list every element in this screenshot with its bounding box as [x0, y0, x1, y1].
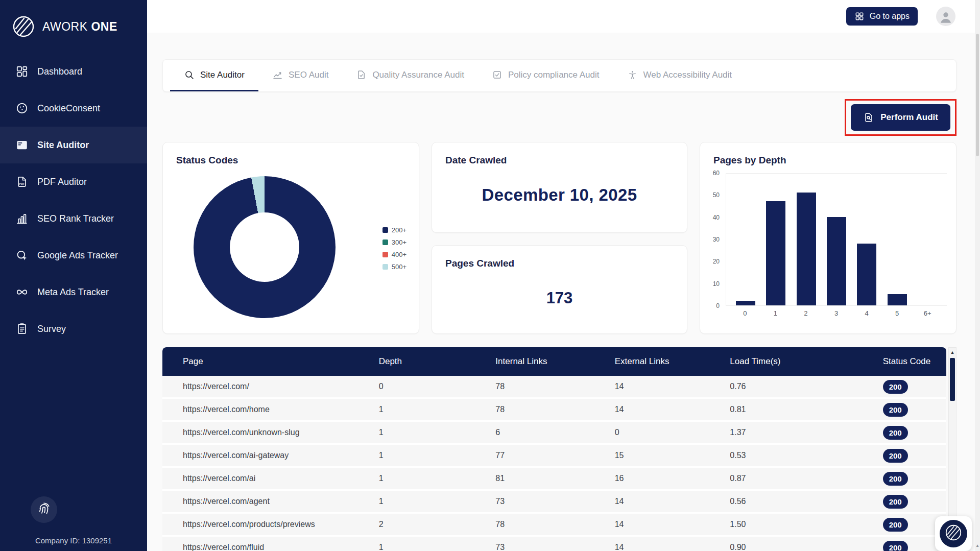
brand[interactable]: AWORK ONE: [0, 0, 147, 53]
bar-column: [760, 201, 791, 305]
legend-swatch: [383, 239, 388, 245]
table-row[interactable]: https://vercel.com/unknown-slug1601.3720…: [162, 422, 946, 445]
go-to-apps-label: Go to apps: [870, 12, 910, 21]
status-badge: 200: [883, 495, 908, 509]
table-scroll-up-button[interactable]: ▲: [949, 348, 956, 357]
sidebar: AWORK ONE DashboardCookieConsentSite Aud…: [0, 0, 147, 551]
y-tick-label: 30: [708, 236, 720, 243]
bar-chart-bars: [726, 174, 947, 305]
sidebar-item-pdf-auditor[interactable]: PDFPDF Auditor: [0, 163, 147, 200]
cell-status: 200: [883, 449, 946, 463]
y-tick-label: 10: [708, 280, 720, 288]
bar-column: [882, 294, 912, 305]
sidebar-item-cookieconsent[interactable]: CookieConsent: [0, 90, 147, 127]
sidebar-item-label: Google Ads Tracker: [37, 250, 118, 261]
column-header-load-time-s: Load Time(s): [730, 356, 882, 367]
cell-value: 15: [615, 451, 730, 460]
cell-value: 2: [379, 520, 496, 529]
sidebar-item-dashboard[interactable]: Dashboard: [0, 53, 147, 90]
middle-cards-column: Date Crawled December 10, 2025 Pages Cra…: [432, 142, 687, 334]
cell-value: 1: [379, 451, 496, 460]
cell-value: 6: [495, 428, 614, 437]
table-area: PageDepthInternal LinksExternal LinksLoa…: [162, 347, 957, 551]
perform-audit-button[interactable]: Perform Audit: [851, 104, 950, 131]
tab-site-auditor[interactable]: Site Auditor: [170, 60, 258, 91]
x-tick-label: 2: [791, 309, 821, 317]
dashboard-icon: [15, 65, 29, 78]
date-crawled-title: Date Crawled: [432, 142, 687, 166]
cell-status: 200: [883, 403, 946, 417]
cell-page: https://vercel.com/ai: [162, 474, 379, 483]
sidebar-item-seo-rank-tracker[interactable]: SEO Rank Tracker: [0, 200, 147, 237]
tab-seo-audit[interactable]: SEO Audit: [258, 60, 342, 91]
window-scrollbar-thumb[interactable]: [976, 34, 979, 156]
sidebar-item-survey[interactable]: Survey: [0, 310, 147, 347]
perform-audit-label: Perform Audit: [880, 112, 938, 123]
window-scrollbar[interactable]: ▲: [975, 0, 980, 551]
cell-status: 200: [883, 472, 946, 486]
tab-web-accessibility-audit[interactable]: Web Accessibility Audit: [613, 60, 746, 91]
cell-status: 200: [883, 495, 946, 509]
cell-value: 81: [495, 474, 614, 483]
legend-item-500: 500+: [383, 263, 407, 271]
status-badge: 200: [883, 426, 908, 440]
table-row[interactable]: https://vercel.com/ai-gateway177150.5320…: [162, 445, 946, 468]
x-tick-label: 5: [882, 309, 913, 317]
awork-logo-icon: [11, 14, 36, 39]
main-area: Go to apps Site AuditorSEO AuditQuality …: [147, 0, 980, 551]
brand-name-bold: ONE: [91, 20, 117, 33]
accessibility-icon: [627, 69, 638, 80]
bar-chart-x-labels: 0123456+: [726, 309, 947, 317]
x-tick-label: 0: [730, 309, 760, 317]
go-to-apps-button[interactable]: Go to apps: [846, 7, 918, 26]
document-check-icon: [356, 69, 367, 80]
fingerprint-button[interactable]: [31, 496, 57, 523]
sidebar-item-label: CookieConsent: [37, 103, 100, 114]
legend-item-200: 200+: [383, 226, 407, 234]
table-row[interactable]: https://vercel.com/products/previews2781…: [162, 514, 946, 537]
tab-policy-compliance-audit[interactable]: Policy compliance Audit: [478, 60, 613, 91]
cell-value: 0.56: [730, 497, 882, 506]
cell-value: 78: [495, 520, 614, 529]
pages-crawled-title: Pages Crawled: [432, 246, 687, 269]
table-row[interactable]: https://vercel.com/fluid173140.90200: [162, 537, 946, 551]
tab-quality-assurance-audit[interactable]: Quality Assurance Audit: [342, 60, 478, 91]
bar-column: [821, 217, 851, 305]
status-badge: 200: [883, 541, 908, 551]
cell-value: 1: [379, 405, 496, 414]
seo-rank-icon: [15, 212, 29, 225]
cell-value: 0: [615, 428, 730, 437]
pages-crawled-value: 173: [432, 289, 687, 314]
sidebar-item-site-auditor[interactable]: Site Auditor: [0, 127, 147, 163]
legend-swatch: [383, 227, 388, 233]
bar-chart-y-axis: 0102030405060: [708, 173, 723, 306]
chat-widget-button[interactable]: [935, 516, 972, 551]
bar-depth-3: [827, 217, 846, 305]
table-row[interactable]: https://vercel.com/home178140.81200: [162, 399, 946, 422]
sidebar-item-google-ads-tracker[interactable]: Google Ads Tracker: [0, 237, 147, 274]
search-icon: [184, 69, 195, 80]
sidebar-item-meta-ads-tracker[interactable]: Meta Ads Tracker: [0, 274, 147, 310]
pages-by-depth-card: Pages by Depth 0102030405060 0123456+: [700, 142, 957, 334]
tab-label: Site Auditor: [200, 70, 245, 80]
sidebar-item-label: PDF Auditor: [37, 177, 87, 187]
avatar[interactable]: [936, 7, 955, 26]
legend-label: 200+: [392, 226, 407, 234]
app-window: AWORK ONE DashboardCookieConsentSite Aud…: [0, 0, 980, 551]
cell-page: https://vercel.com/products/previews: [162, 520, 379, 529]
table-row[interactable]: https://vercel.com/078140.76200: [162, 376, 946, 399]
window-scroll-up-arrow[interactable]: ▲: [975, 543, 980, 548]
cell-value: 73: [495, 543, 614, 551]
table-scrollbar-thumb[interactable]: [950, 358, 955, 401]
meta-ads-icon: [15, 285, 29, 299]
table-row[interactable]: https://vercel.com/ai181160.87200: [162, 468, 946, 491]
cell-page: https://vercel.com/: [162, 382, 379, 391]
pages-crawled-card: Pages Crawled 173: [432, 245, 687, 334]
cell-value: 1.37: [730, 428, 882, 437]
column-header-depth: Depth: [379, 356, 496, 367]
cell-value: 1: [379, 428, 496, 437]
sidebar-item-label: Meta Ads Tracker: [37, 287, 109, 298]
tab-bar: Site AuditorSEO AuditQuality Assurance A…: [170, 60, 949, 91]
table-row[interactable]: https://vercel.com/agent173140.56200: [162, 491, 946, 514]
topbar: Go to apps: [147, 0, 980, 33]
